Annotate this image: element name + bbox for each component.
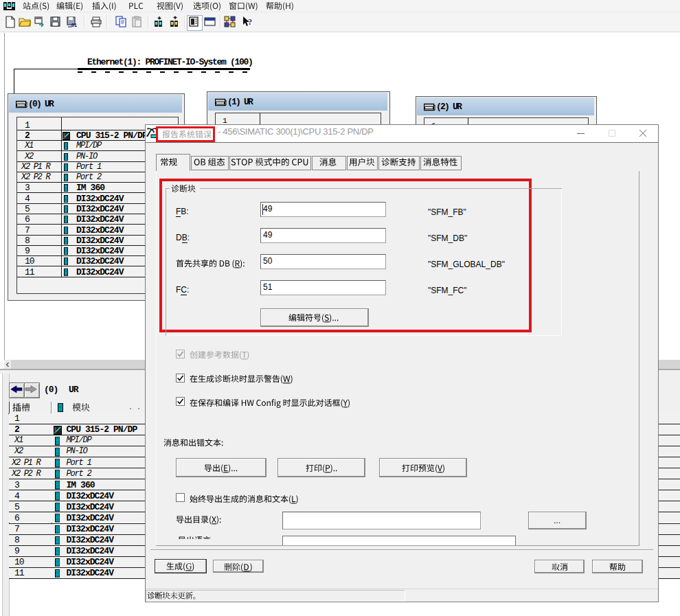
svg-text:01: 01 [71, 23, 77, 27]
svg-text:?: ? [248, 17, 252, 27]
